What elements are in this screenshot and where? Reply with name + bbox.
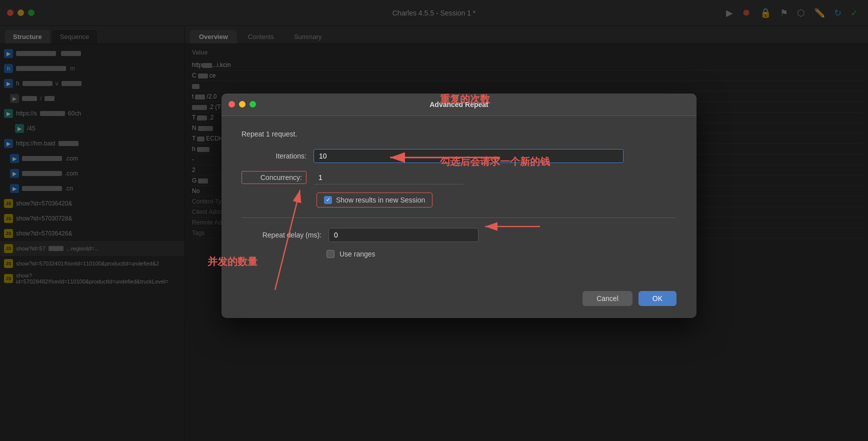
dialog-min-button[interactable] [239, 101, 246, 108]
show-results-checkbox[interactable]: ✓ [324, 196, 332, 204]
dialog-title: Advanced Repeat [430, 100, 488, 108]
dialog-footer: Cancel OK [222, 283, 696, 318]
repeat-delay-label: Repeat delay (ms): [242, 231, 322, 239]
dialog-body: Repeat 1 request. Iterations: Concurrenc… [222, 116, 696, 283]
iterations-label: Iterations: [242, 152, 306, 160]
concurrency-label: Concurrency: [242, 171, 306, 184]
advanced-repeat-dialog: Advanced Repeat Repeat 1 request. Iterat… [222, 94, 696, 318]
show-results-row: ✓ Show results in new Session [242, 192, 676, 208]
ok-button[interactable]: OK [638, 291, 676, 306]
modal-overlay: Advanced Repeat Repeat 1 request. Iterat… [0, 0, 868, 441]
show-results-label: Show results in new Session [336, 196, 425, 204]
iterations-input[interactable] [314, 149, 624, 163]
divider [242, 218, 676, 218]
dialog-max-button[interactable] [250, 101, 256, 108]
use-ranges-checkbox[interactable] [326, 250, 334, 258]
repeat-delay-row: Repeat delay (ms): [242, 228, 676, 242]
use-ranges-row: Use ranges [242, 250, 676, 258]
concurrency-input[interactable] [314, 171, 464, 184]
dialog-titlebar: Advanced Repeat [222, 94, 696, 116]
concurrency-row: Concurrency: [242, 171, 676, 184]
dialog-close-button[interactable] [228, 101, 235, 108]
use-ranges-label: Use ranges [340, 250, 376, 258]
iterations-row: Iterations: [242, 149, 676, 163]
dialog-subtitle: Repeat 1 request. [242, 130, 676, 138]
show-results-checkbox-wrapper[interactable]: ✓ Show results in new Session [316, 192, 432, 208]
cancel-button[interactable]: Cancel [582, 291, 632, 306]
dialog-traffic-lights [228, 101, 256, 108]
repeat-delay-input[interactable] [328, 228, 478, 242]
